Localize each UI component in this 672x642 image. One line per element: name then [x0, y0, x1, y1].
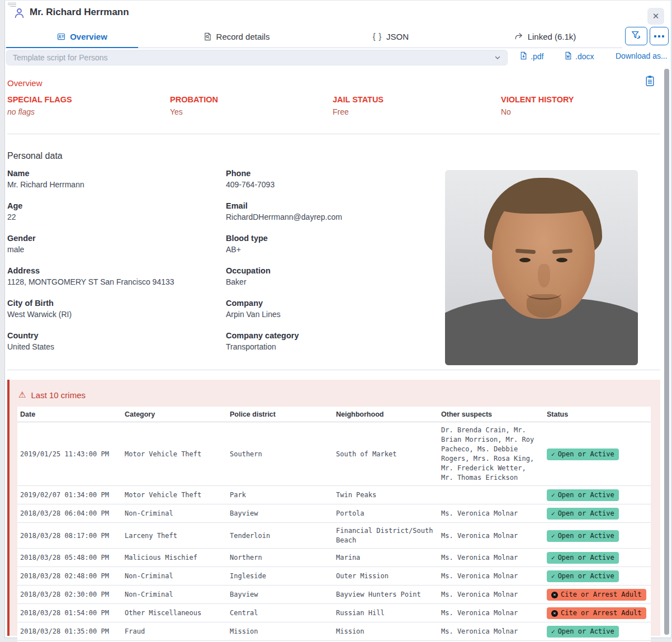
field-age: Age 22	[7, 200, 220, 223]
status-badge: ✕Cite or Arrest Adult	[547, 607, 646, 619]
status-badge: ✓Open or Active	[547, 508, 619, 520]
pdf-label: .pdf	[531, 52, 543, 61]
template-script-select[interactable]: Template script for Persons	[6, 50, 508, 65]
status-icon: ✓	[551, 573, 555, 579]
crimes-panel-title: ⚠ Last 10 crimes	[18, 390, 86, 400]
last-crimes-panel: ⚠ Last 10 crimes Date Category Police di…	[7, 380, 660, 636]
field-email: Email RichardDHerrmann@dayrep.com	[226, 200, 438, 223]
table-row: 2018/03/28 01:54:00 PM Other Miscellaneo…	[17, 604, 651, 622]
document-search-icon	[204, 32, 212, 41]
export-docx-link[interactable]: .docx	[564, 51, 594, 62]
status-badge: ✓Open or Active	[547, 626, 619, 638]
tab-label: Record details	[216, 32, 270, 41]
divider	[7, 134, 660, 134]
status-icon: ✓	[551, 555, 555, 561]
table-row: 2018/03/28 02:30:00 PM Non-Criminal Bayv…	[17, 586, 651, 604]
flag-label: PROBATION	[170, 94, 329, 105]
status-badge: ✓Open or Active	[547, 530, 619, 542]
overview-section-title: Overview	[7, 78, 42, 88]
page-title: Mr. Richard Herrmann	[30, 7, 129, 18]
field-name: Name Mr. Richard Herrmann	[7, 168, 220, 191]
person-icon	[13, 7, 26, 22]
flag-value: Free	[333, 106, 492, 118]
status-icon: ✕	[551, 610, 558, 617]
col-date: Date	[17, 407, 122, 422]
table-row: 2018/03/28 02:48:00 PM Non-Criminal Ingl…	[17, 567, 651, 586]
status-icon: ✓	[551, 492, 555, 498]
status-badge: ✓Open or Active	[547, 570, 619, 582]
pdf-file-icon	[519, 51, 528, 62]
personal-data-right-column: Phone 409-764-7093 Email RichardDHerrman…	[226, 168, 438, 362]
ellipsis-icon	[654, 35, 656, 37]
flag-value: No	[501, 106, 660, 118]
close-icon: ✕	[652, 11, 660, 21]
status-icon: ✓	[551, 629, 555, 635]
table-row: 2019/02/07 01:34:00 PM Motor Vehicle The…	[17, 486, 651, 504]
field-address: Address 1128, MONTGOMERY ST San Francisc…	[7, 265, 220, 288]
crimes-table-body: 2019/01/25 11:43:00 PM Motor Vehicle The…	[17, 422, 651, 642]
field-city-of-birth: City of Birth West Warwick (RI)	[7, 298, 220, 320]
tab-label: Overview	[70, 32, 107, 41]
status-icon: ✓	[551, 511, 555, 517]
status-badge: ✓Open or Active	[547, 552, 619, 564]
person-photo	[445, 170, 638, 365]
word-file-icon	[564, 51, 572, 62]
download-as-label: Download as...	[616, 51, 668, 60]
export-pdf-link[interactable]: .pdf	[519, 51, 543, 62]
status-badge: ✕Cite or Arrest Adult	[547, 589, 646, 601]
field-company-category: Company category Transportation	[226, 330, 438, 353]
flag-value: Yes	[170, 106, 329, 118]
select-placeholder: Template script for Persons	[13, 53, 108, 62]
field-phone: Phone 409-764-7093	[226, 168, 438, 191]
table-row: 2018/03/28 01:35:00 PM Fraud Mission Mis…	[17, 622, 651, 641]
more-options-button[interactable]	[650, 27, 669, 45]
vertical-scrollbar[interactable]	[664, 69, 669, 635]
field-company: Company Arpin Van Lines	[226, 298, 438, 320]
json-braces-icon: { }	[373, 32, 382, 41]
flag-label: VIOLENT HISTORY	[501, 94, 660, 105]
clipboard-copy-icon[interactable]	[645, 75, 655, 89]
divider	[7, 370, 660, 370]
flag-probation: PROBATION Yes	[170, 94, 329, 118]
tab-record-details[interactable]: Record details	[159, 25, 314, 48]
table-row: 2018/03/28 06:04:00 PM Non-Criminal Bayv…	[17, 504, 651, 523]
flag-label: SPECIAL FLAGS	[7, 94, 167, 105]
download-as-link[interactable]: Download as...	[616, 51, 668, 60]
col-category: Category	[122, 407, 227, 422]
tab-json[interactable]: { } JSON	[314, 25, 468, 48]
warning-icon: ⚠	[18, 390, 26, 400]
tab-overview[interactable]: Overview	[5, 25, 159, 48]
col-police-district: Police district	[227, 407, 333, 422]
table-header-row: Date Category Police district Neighborho…	[17, 407, 651, 422]
flag-violent-history: VIOLENT HISTORY No	[501, 94, 660, 118]
col-neighborhood: Neighborhood	[333, 407, 438, 422]
status-icon: ✓	[551, 533, 555, 539]
table-row: 2019/01/25 11:43:00 PM Motor Vehicle The…	[17, 422, 651, 486]
close-button[interactable]: ✕	[647, 8, 664, 25]
id-card-icon	[57, 32, 65, 41]
field-country: Country United States	[7, 330, 220, 353]
tab-linked[interactable]: Linked (6.1k)	[468, 25, 622, 48]
person-record-flyout: Mr. Richard Herrmann ✕ Overview Recor	[4, 0, 671, 638]
table-row: 2018/03/28 08:17:00 PM Larceny Theft Ten…	[17, 523, 651, 549]
status-icon: ✕	[551, 592, 558, 598]
crimes-table: Date Category Police district Neighborho…	[17, 407, 651, 642]
linked-arrow-icon	[514, 32, 523, 41]
tab-bar: Overview Record details { } JSON Linked …	[5, 25, 622, 48]
tab-label: JSON	[386, 32, 409, 41]
col-status: Status	[544, 407, 651, 422]
col-other-suspects: Other suspects	[438, 407, 544, 422]
filter-arrow-icon	[630, 30, 642, 43]
filter-share-button[interactable]	[625, 27, 647, 45]
field-occupation: Occupation Baker	[226, 265, 438, 288]
table-row: 2018/03/28 05:48:00 PM Malicious Mischie…	[17, 549, 651, 567]
docx-label: .docx	[575, 52, 594, 61]
status-badge: ✓Open or Active	[547, 449, 619, 460]
field-blood-type: Blood type AB+	[226, 233, 438, 256]
flag-label: JAIL STATUS	[333, 94, 492, 105]
chevron-down-icon	[494, 54, 501, 61]
flag-jail-status: JAIL STATUS Free	[333, 94, 492, 118]
status-icon: ✓	[551, 451, 555, 457]
status-badge: ✓Open or Active	[547, 489, 619, 501]
personal-data-title: Personal data	[7, 151, 63, 161]
